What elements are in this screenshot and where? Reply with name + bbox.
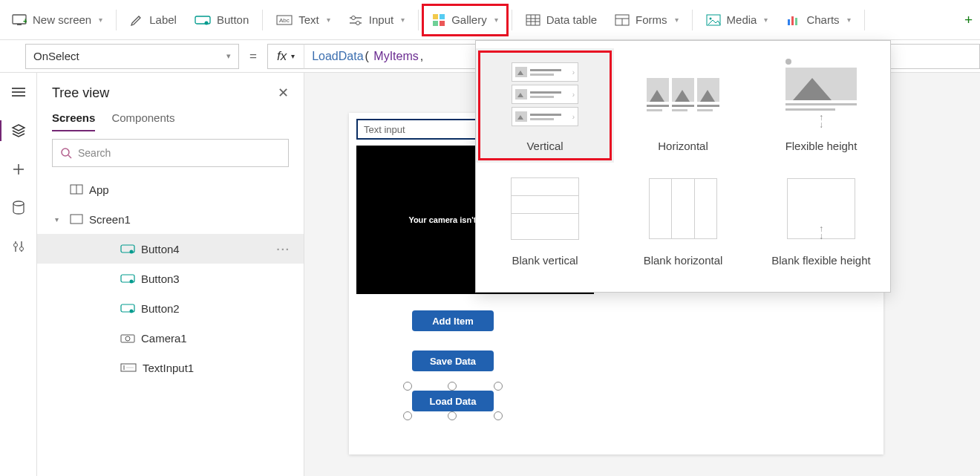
media-button[interactable]: Media ▾ [697,5,777,35]
svg-rect-11 [433,14,438,19]
tree-camera1[interactable]: Camera1 [37,323,304,353]
divider [116,10,117,30]
tree-button4[interactable]: Button4 ··· [37,234,304,264]
new-screen-button[interactable]: + New screen ▾ [3,5,111,35]
data-table-label: Data table [546,13,597,26]
textinput-icon [120,363,137,372]
chevron-down-icon: ▾ [764,16,768,24]
svg-point-43 [130,280,134,284]
rail-tree-view[interactable] [7,119,30,143]
svg-line-36 [68,155,71,158]
svg-point-10 [356,21,359,25]
fx-label[interactable]: fx ▾ [267,44,304,69]
divider [262,10,263,30]
rail-tools[interactable] [7,235,30,258]
vertical-thumb: › › › [508,57,582,131]
app-icon [70,184,83,195]
svg-rect-15 [526,15,540,25]
tree-list: App ▾ Screen1 Button4 ··· Button3 [37,175,304,476]
tab-components[interactable]: Components [111,111,174,131]
svg-point-32 [13,244,17,247]
input-button[interactable]: Input ▾ [339,5,414,35]
svg-point-41 [130,250,134,254]
chevron-down-icon: ▾ [226,51,231,61]
svg-rect-27 [795,18,797,25]
divider [512,10,512,30]
canvas-load-data-button[interactable]: Load Data [412,391,494,411]
close-icon[interactable]: ✕ [278,85,289,101]
tree-button2[interactable]: Button2 [37,293,304,323]
more-icon[interactable]: ··· [276,243,290,255]
gallery-option-blank-horizontal[interactable]: Blank horizontal [614,163,752,277]
gallery-option-blank-vertical[interactable]: Blank vertical [476,163,614,277]
gallery-icon [432,13,445,27]
collapse-icon[interactable]: ▾ [55,215,64,224]
blank-horizontal-thumb [646,172,720,246]
tree-button3[interactable]: Button3 [37,264,304,293]
chevron-down-icon: ▾ [99,16,102,24]
search-placeholder: Search [78,147,111,159]
canvas-add-item-button[interactable]: Add Item [412,310,494,331]
svg-point-34 [19,247,23,251]
chevron-down-icon: ▾ [675,16,679,24]
screen-icon [70,214,83,224]
button-label: Button [217,13,249,26]
canvas-save-data-button[interactable]: Save Data [412,351,494,371]
svg-point-8 [351,16,355,19]
screen-plus-icon: + [12,14,27,26]
search-input[interactable]: Search [52,139,289,167]
gallery-option-flexible[interactable]: ↑↓ Flexible height [752,48,890,163]
rail-data[interactable] [7,196,30,220]
forms-label: Forms [636,13,667,26]
blank-flexible-thumb: ↑↓ [784,172,858,246]
tree-textinput1[interactable]: TextInput1 [37,353,304,382]
table-icon [526,14,540,26]
horizontal-thumb [646,57,720,131]
rail-hamburger[interactable] [7,80,30,104]
chart-icon [785,14,800,26]
svg-point-47 [125,336,130,341]
divider [864,10,865,30]
svg-point-45 [130,310,134,313]
tab-screens[interactable]: Screens [52,111,95,131]
svg-text:+: + [23,16,27,25]
tree-title: Tree view [52,85,109,101]
svg-rect-26 [791,16,794,25]
button-button[interactable]: Button [186,5,258,35]
add-icon[interactable]: + [964,12,977,28]
charts-button[interactable]: Charts ▾ [777,5,859,35]
svg-rect-39 [71,215,82,224]
forms-button[interactable]: Forms ▾ [606,5,687,35]
input-label: Input [369,13,393,26]
media-label: Media [727,13,757,26]
divider [692,10,693,30]
layers-icon [11,123,26,138]
property-selector[interactable]: OnSelect ▾ [25,44,239,69]
rail-insert[interactable] [7,157,30,181]
gallery-button[interactable]: Gallery ▾ [423,5,507,35]
label-label: Label [149,13,177,26]
data-table-button[interactable]: Data table [517,5,606,35]
label-button[interactable]: Label [121,5,186,35]
svg-text:Abc: Abc [279,17,290,24]
edit-icon [130,13,143,27]
property-name: OnSelect [33,50,79,62]
text-button[interactable]: Abc Text ▾ [267,5,339,35]
svg-point-35 [62,149,69,156]
gallery-option-horizontal[interactable]: Horizontal [614,48,752,163]
gallery-option-blank-flexible[interactable]: ↑↓ Blank flexible height [752,163,890,277]
chevron-down-icon: ▾ [847,16,851,24]
formula-fn: LoadData [312,50,363,63]
tools-icon [12,240,25,253]
gallery-dropdown: › › › Vertical Horizontal [475,40,891,293]
gallery-option-vertical[interactable]: › › › Vertical [476,48,614,163]
tree-screen1[interactable]: ▾ Screen1 [37,204,304,234]
chevron-down-icon: ▾ [327,16,330,24]
left-rail [0,73,37,476]
plus-icon [12,163,25,176]
tree-app[interactable]: App [37,175,304,204]
chevron-down-icon: ▾ [401,16,405,24]
svg-rect-13 [433,21,438,26]
flexible-thumb: ↑↓ [784,57,858,131]
blank-vertical-thumb [508,172,582,246]
